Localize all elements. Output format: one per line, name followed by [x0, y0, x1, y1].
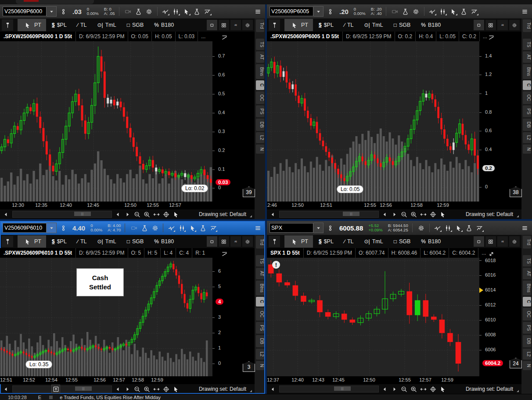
candles-icon[interactable] — [438, 7, 448, 16]
side-tab-trd[interactable]: Trd — [256, 236, 264, 249]
side-tab-at[interactable]: AT — [256, 268, 264, 279]
symbol-dropdown-button[interactable] — [313, 6, 324, 17]
candles-icon[interactable] — [177, 223, 187, 233]
auto-scale-icon[interactable] — [486, 249, 496, 259]
symbol-input[interactable] — [3, 223, 47, 233]
zoom-in-icon[interactable] — [410, 385, 417, 393]
chart-icon[interactable] — [203, 7, 212, 16]
grid-icon[interactable] — [485, 20, 496, 30]
scrollbar[interactable] — [279, 386, 379, 393]
settings-icon[interactable] — [509, 20, 520, 30]
symbol-input[interactable] — [270, 7, 313, 16]
link-icon[interactable] — [58, 223, 68, 233]
zoom-out-icon[interactable] — [400, 385, 408, 393]
chart-icon[interactable] — [208, 223, 218, 233]
b180-button[interactable]: %B180 — [149, 19, 179, 31]
side-tab-at[interactable]: AT — [523, 268, 531, 279]
scrollbar[interactable] — [12, 211, 112, 218]
step-right-icon[interactable] — [123, 385, 131, 393]
bar-width-icon[interactable] — [419, 210, 427, 218]
menu-icon[interactable] — [520, 223, 529, 233]
pattern-icon[interactable] — [219, 249, 229, 259]
crosshair-icon[interactable] — [162, 210, 170, 218]
tml-button[interactable]: ⊙|TmL — [359, 19, 388, 31]
side-tab-trd[interactable]: Trd — [523, 236, 531, 249]
side-tab-btns[interactable]: Btns — [256, 281, 264, 295]
spl-button[interactable]: $$PL — [47, 19, 72, 31]
side-tab-trd[interactable]: Trd — [523, 19, 531, 32]
zoom-in-icon[interactable] — [410, 210, 417, 218]
link-icon[interactable] — [325, 7, 335, 16]
step-right-icon[interactable] — [390, 385, 398, 393]
tl-button[interactable]: ∕TL — [72, 19, 92, 31]
gear-icon[interactable] — [417, 223, 426, 233]
pin-icon[interactable] — [2, 236, 13, 247]
side-tab-l2[interactable]: L2 — [256, 349, 264, 360]
side-tab-oc[interactable]: OC — [523, 91, 531, 104]
pt-button[interactable]: PT — [284, 19, 313, 31]
cursor-icon[interactable] — [187, 223, 197, 233]
zoom-in-icon[interactable] — [143, 210, 151, 218]
pattern-icon[interactable] — [486, 32, 496, 42]
side-tab-n[interactable]: N — [523, 144, 531, 154]
pin-icon[interactable] — [269, 236, 280, 247]
b180-button[interactable]: %B180 — [416, 19, 446, 31]
camera-icon[interactable] — [129, 223, 139, 233]
side-tab-at[interactable]: AT — [523, 51, 531, 63]
step-left-icon[interactable] — [114, 385, 122, 393]
side-tab-db[interactable]: DB — [256, 335, 264, 347]
pt-button[interactable]: PT — [18, 19, 46, 31]
status-square-icon[interactable] — [49, 396, 53, 399]
restore-panel-icon[interactable] — [51, 385, 60, 393]
tl-button[interactable]: ∕TL — [72, 235, 92, 248]
symbol-input[interactable] — [270, 223, 313, 233]
b180-button[interactable]: %B180 — [416, 235, 446, 248]
spl-button[interactable]: $$PL — [47, 235, 72, 248]
grid-icon[interactable] — [485, 236, 496, 247]
menu-icon[interactable] — [253, 7, 262, 16]
side-tab-ts[interactable]: TS — [523, 255, 531, 267]
zoom-out-icon[interactable] — [133, 385, 141, 393]
side-tab-btns[interactable]: Btns — [523, 64, 531, 79]
detach-icon[interactable] — [474, 20, 484, 30]
scroll-left-icon[interactable] — [269, 385, 277, 393]
symbol-input[interactable] — [3, 7, 47, 16]
step-left-icon[interactable] — [114, 210, 122, 218]
chart-plot[interactable] — [267, 258, 479, 376]
scroll-left-icon[interactable] — [269, 210, 277, 218]
chart-icon[interactable] — [475, 223, 485, 233]
side-tab-trd[interactable]: Trd — [256, 19, 264, 32]
flask-icon[interactable] — [192, 7, 202, 16]
crosshair-icon[interactable] — [162, 385, 170, 393]
all-icon[interactable]: All — [497, 20, 508, 30]
b180-button[interactable]: %B180 — [149, 235, 179, 248]
camera-icon[interactable] — [123, 7, 133, 16]
grid-icon[interactable] — [219, 236, 229, 247]
settings-icon[interactable] — [242, 20, 253, 30]
bar-width-icon[interactable] — [419, 385, 427, 393]
bar-width-icon[interactable] — [152, 210, 160, 218]
all-icon[interactable]: All — [230, 236, 241, 247]
pt-button[interactable]: PT — [284, 235, 313, 248]
flask-icon[interactable] — [401, 7, 410, 16]
side-tab-ps[interactable]: PS — [256, 322, 264, 334]
time-axis[interactable]: 12:4612:5012:5112:5512:5612:5812:59 — [267, 202, 521, 209]
side-tab-at[interactable]: AT — [256, 51, 264, 63]
drawing-set-label[interactable]: Drawing set: Default — [199, 211, 248, 217]
price-axis[interactable]: 0.70.60.50.40.30.20.100.03 — [212, 41, 255, 202]
side-tab-c[interactable]: C — [256, 297, 264, 306]
drawing-set-label[interactable]: Drawing set: Default — [466, 211, 515, 217]
time-axis[interactable]: 12:3012:3512:4012:4512:5012:5512:57 — [0, 202, 255, 209]
time-axis[interactable]: 12:5112:5212:5412:5512:5612:5712:5812:59 — [0, 376, 255, 384]
drawing-set-label[interactable]: Drawing set: Default — [199, 386, 248, 392]
chart-icon[interactable] — [470, 7, 479, 16]
pattern-icon[interactable] — [219, 32, 229, 42]
step-left-icon[interactable] — [381, 385, 388, 393]
gear-icon[interactable] — [150, 223, 160, 233]
wave-icon[interactable] — [166, 223, 176, 233]
detach-icon[interactable] — [474, 236, 484, 247]
side-tab-btns[interactable]: Btns — [256, 64, 264, 79]
symbol-dropdown-button[interactable] — [47, 223, 57, 233]
crosshair-icon[interactable] — [429, 210, 437, 218]
detach-icon[interactable] — [207, 236, 217, 247]
